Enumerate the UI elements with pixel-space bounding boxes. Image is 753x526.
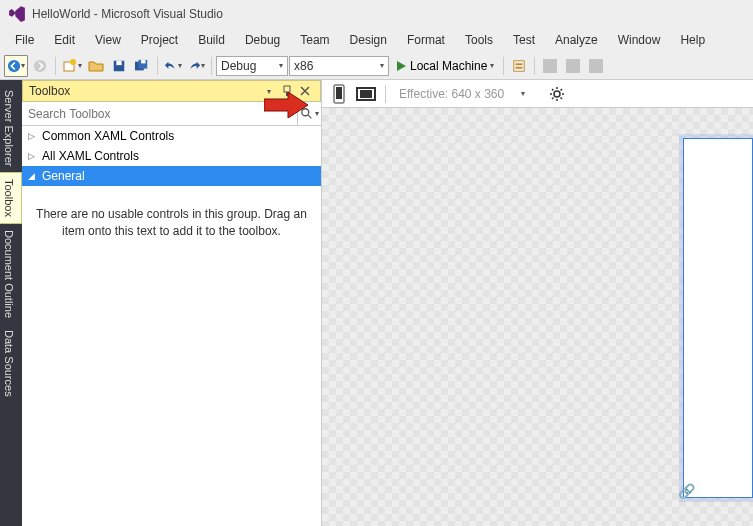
svg-rect-21: [360, 90, 372, 98]
menu-help[interactable]: Help: [671, 30, 714, 50]
nav-back-button[interactable]: ▾: [4, 55, 28, 77]
group-label: General: [42, 169, 85, 183]
toolbox-panel: Toolbox ▾ ▾ ▷ Common XAML Controls ▷ All…: [22, 80, 322, 526]
config-label: Debug: [221, 59, 256, 73]
window-title: HelloWorld - Microsoft Visual Studio: [32, 7, 223, 21]
designer-toolbar: Effective: 640 x 360 ▾: [322, 80, 753, 108]
separator: [211, 57, 212, 75]
props-button[interactable]: [508, 55, 530, 77]
undo-button[interactable]: ▾: [162, 55, 184, 77]
platform-label: x86: [294, 59, 313, 73]
open-file-button[interactable]: [85, 55, 107, 77]
group-common-xaml[interactable]: ▷ Common XAML Controls: [22, 126, 321, 146]
design-surface[interactable]: 🔗: [322, 108, 753, 526]
group-label: Common XAML Controls: [42, 129, 174, 143]
svg-rect-11: [516, 66, 523, 68]
title-bar: HelloWorld - Microsoft Visual Studio: [0, 0, 753, 28]
new-project-button[interactable]: ▾: [60, 55, 84, 77]
menu-team[interactable]: Team: [291, 30, 338, 50]
run-button[interactable]: Local Machine ▾: [390, 55, 499, 77]
separator: [503, 57, 504, 75]
menu-tools[interactable]: Tools: [456, 30, 502, 50]
separator: [534, 57, 535, 75]
menu-window[interactable]: Window: [609, 30, 670, 50]
platform-select[interactable]: x86 ▾: [289, 56, 389, 76]
menu-edit[interactable]: Edit: [45, 30, 84, 50]
separator: [157, 57, 158, 75]
callout-arrow-icon: [264, 92, 308, 118]
align-button-2: [562, 55, 584, 77]
svg-point-0: [8, 59, 20, 71]
svg-line-29: [552, 97, 554, 99]
search-input[interactable]: [22, 102, 297, 125]
redo-button[interactable]: ▾: [185, 55, 207, 77]
expander-expanded-icon: ◢: [28, 171, 38, 181]
device-tablet-button[interactable]: [354, 83, 378, 105]
vs-logo-icon: [8, 5, 26, 23]
tab-data-sources[interactable]: Data Sources: [0, 324, 22, 403]
svg-point-22: [554, 91, 560, 97]
designer-area: Effective: 640 x 360 ▾ 🔗: [322, 80, 753, 526]
align-button-1: [539, 55, 561, 77]
menu-project[interactable]: Project: [132, 30, 187, 50]
svg-line-30: [561, 89, 563, 91]
menu-analyze[interactable]: Analyze: [546, 30, 607, 50]
effective-dropdown[interactable]: ▾: [512, 83, 534, 105]
tab-server-explorer[interactable]: Server Explorer: [0, 84, 22, 172]
side-tool-tabs: Server Explorer Toolbox Document Outline…: [0, 80, 22, 526]
toolbox-empty-message: There are no usable controls in this gro…: [22, 186, 321, 260]
effective-size-label: Effective: 640 x 360: [399, 87, 504, 101]
tab-toolbox[interactable]: Toolbox: [0, 172, 22, 224]
svg-rect-8: [141, 59, 145, 63]
svg-rect-12: [543, 59, 557, 73]
group-label: All XAML Controls: [42, 149, 139, 163]
expander-collapsed-icon: ▷: [28, 151, 38, 161]
align-button-3: [585, 55, 607, 77]
link-icon[interactable]: 🔗: [678, 483, 695, 499]
menu-test[interactable]: Test: [504, 30, 544, 50]
main-area: Server Explorer Toolbox Document Outline…: [0, 80, 753, 526]
svg-line-27: [552, 89, 554, 91]
tab-document-outline[interactable]: Document Outline: [0, 224, 22, 324]
run-label: Local Machine: [410, 59, 487, 73]
gear-icon[interactable]: [546, 83, 568, 105]
group-all-xaml[interactable]: ▷ All XAML Controls: [22, 146, 321, 166]
separator: [55, 57, 56, 75]
separator: [385, 85, 386, 103]
menu-debug[interactable]: Debug: [236, 30, 289, 50]
svg-rect-19: [336, 87, 342, 99]
menu-file[interactable]: File: [6, 30, 43, 50]
page-preview[interactable]: [683, 138, 753, 498]
device-phone-button[interactable]: [328, 83, 350, 105]
menu-bar: File Edit View Project Build Debug Team …: [0, 28, 753, 52]
menu-view[interactable]: View: [86, 30, 130, 50]
menu-design[interactable]: Design: [341, 30, 396, 50]
nav-forward-button[interactable]: [29, 55, 51, 77]
svg-point-1: [34, 59, 46, 71]
svg-rect-10: [516, 63, 523, 65]
svg-line-28: [561, 97, 563, 99]
svg-rect-5: [116, 60, 121, 64]
main-toolbar: ▾ ▾ ▾ ▾ Debug ▾ x86 ▾ Local Machine ▾: [0, 52, 753, 80]
config-select[interactable]: Debug ▾: [216, 56, 288, 76]
expander-collapsed-icon: ▷: [28, 131, 38, 141]
svg-rect-14: [589, 59, 603, 73]
menu-build[interactable]: Build: [189, 30, 234, 50]
save-button[interactable]: [108, 55, 130, 77]
toolbox-title: Toolbox: [29, 84, 260, 98]
svg-rect-13: [566, 59, 580, 73]
save-all-button[interactable]: [131, 55, 153, 77]
svg-point-3: [70, 59, 76, 65]
svg-rect-9: [514, 60, 525, 71]
menu-format[interactable]: Format: [398, 30, 454, 50]
group-general[interactable]: ◢ General: [22, 166, 321, 186]
